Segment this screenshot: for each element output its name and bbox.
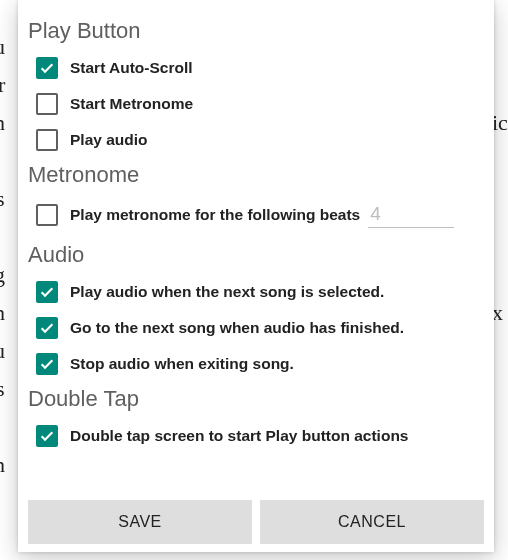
option-audio-next-selected[interactable]: Play audio when the next song is selecte… — [28, 274, 484, 310]
option-audio-go-next[interactable]: Go to the next song when audio has finis… — [28, 310, 484, 346]
option-metronome-beats[interactable]: Play metronome for the following beats — [28, 194, 484, 238]
checkbox-audio-go-next[interactable] — [36, 317, 58, 339]
checkbox-start-metronome[interactable] — [36, 93, 58, 115]
check-icon — [39, 60, 55, 76]
play-settings-dialog: Play Button Start Auto-Scroll Start Metr… — [18, 0, 494, 552]
section-title-play-button: Play Button — [28, 18, 484, 44]
option-label: Start Metronome — [70, 95, 193, 113]
checkbox-metronome-beats[interactable] — [36, 204, 58, 226]
option-label: Play metronome for the following beats — [70, 206, 360, 224]
dialog-button-row: SAVE CANCEL — [28, 492, 484, 544]
option-start-metronome[interactable]: Start Metronome — [28, 86, 484, 122]
checkbox-audio-next-selected[interactable] — [36, 281, 58, 303]
option-label: Start Auto-Scroll — [70, 59, 193, 77]
cancel-button[interactable]: CANCEL — [260, 500, 484, 544]
checkbox-start-auto-scroll[interactable] — [36, 57, 58, 79]
beats-input[interactable] — [368, 201, 454, 228]
check-icon — [39, 284, 55, 300]
checkbox-audio-stop-exit[interactable] — [36, 353, 58, 375]
section-title-metronome: Metronome — [28, 162, 484, 188]
option-label: Double tap screen to start Play button a… — [70, 427, 408, 445]
option-play-audio[interactable]: Play audio — [28, 122, 484, 158]
section-title-double-tap: Double Tap — [28, 386, 484, 412]
option-audio-stop-exit[interactable]: Stop audio when exiting song. — [28, 346, 484, 382]
option-label: Play audio — [70, 131, 148, 149]
check-icon — [39, 356, 55, 372]
option-label: Stop audio when exiting song. — [70, 355, 294, 373]
option-label: Go to the next song when audio has finis… — [70, 319, 404, 337]
section-title-audio: Audio — [28, 242, 484, 268]
option-start-auto-scroll[interactable]: Start Auto-Scroll — [28, 50, 484, 86]
checkbox-double-tap[interactable] — [36, 425, 58, 447]
save-button[interactable]: SAVE — [28, 500, 252, 544]
option-label: Play audio when the next song is selecte… — [70, 283, 384, 301]
check-icon — [39, 320, 55, 336]
option-double-tap[interactable]: Double tap screen to start Play button a… — [28, 418, 484, 454]
check-icon — [39, 428, 55, 444]
checkbox-play-audio[interactable] — [36, 129, 58, 151]
